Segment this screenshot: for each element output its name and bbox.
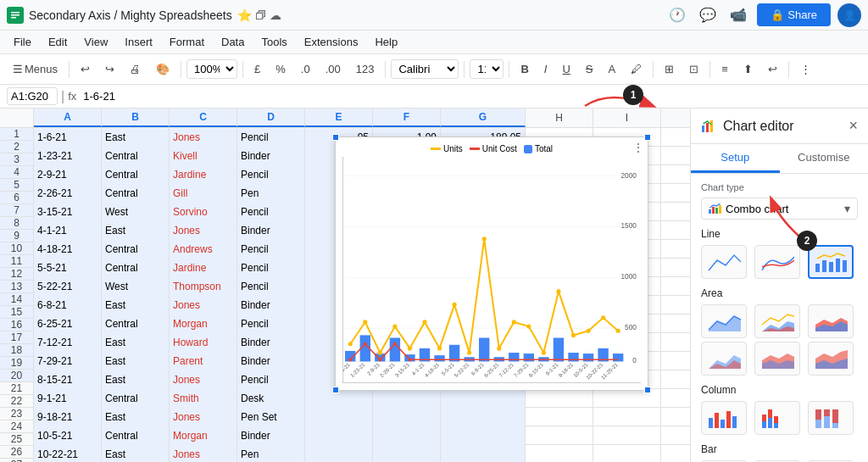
row-num-9[interactable]: 9 [0,230,33,242]
cell-a[interactable]: 2-9-21 [34,165,102,184]
row-num-14[interactable]: 14 [0,293,33,306]
merge-button[interactable]: ⊡ [683,59,704,79]
cell-j[interactable] [661,165,690,184]
cell-e[interactable] [305,408,373,426]
menu-insert[interactable]: Insert [118,34,159,50]
cell-a[interactable]: 4-1-21 [34,221,102,240]
col-header-a[interactable]: A [34,109,102,127]
row-num-13[interactable]: 13 [0,281,33,293]
cell-i[interactable] [593,389,661,408]
underline-button[interactable]: U [556,59,576,79]
cell-b[interactable]: Central [102,240,170,259]
cell-j[interactable] [661,426,690,445]
row-num-8[interactable]: 8 [0,217,33,230]
col-header-c[interactable]: C [170,109,237,127]
print-button[interactable]: 🖨 [124,59,147,79]
resize-tr[interactable] [644,134,651,141]
col-header-b[interactable]: B [102,109,170,127]
cell-i[interactable] [593,426,661,445]
cell-d[interactable]: Binder [237,147,305,165]
chart-menu[interactable]: ⋮ [632,141,644,154]
menu-data[interactable]: Data [214,34,251,50]
video-icon[interactable]: 📹 [726,3,750,27]
history-icon[interactable]: 🕐 [665,3,689,27]
font-select[interactable]: Calibri [391,59,459,79]
cell-e[interactable] [305,445,373,462]
row-num-27[interactable]: 27 [0,459,33,462]
row-num-5[interactable]: 5 [0,179,33,192]
menu-help[interactable]: Help [368,34,404,50]
cell-c[interactable]: Jardine [170,259,237,277]
menu-format[interactable]: Format [163,34,211,50]
resize-br[interactable] [644,387,651,393]
cell-j[interactable] [661,333,690,352]
resize-tl[interactable] [332,134,339,141]
chart-thumb-column-2[interactable]: Stacked column chart [754,401,800,435]
row-num-11[interactable]: 11 [0,255,33,268]
row-num-7[interactable]: 7 [0,204,33,217]
cell-d[interactable]: Pencil [237,240,305,259]
cell-c[interactable]: Gill [170,184,237,203]
cell-d[interactable]: Pencil [237,203,305,221]
row-num-22[interactable]: 22 [0,395,33,408]
paint-format-button[interactable]: 🎨 [150,59,175,79]
cell-ref-input[interactable] [7,87,58,105]
cell-d[interactable]: Binder [237,221,305,240]
cell-j[interactable] [661,277,690,296]
row-num-23[interactable]: 23 [0,408,33,420]
cell-j[interactable] [661,240,690,259]
cell-d[interactable]: Pencil [237,259,305,277]
cell-b[interactable]: East [102,221,170,240]
cell-c[interactable]: Kivell [170,147,237,165]
row-num-24[interactable]: 24 [0,420,33,433]
cell-c[interactable]: Morgan [170,314,237,333]
cell-j[interactable] [661,259,690,277]
menu-file[interactable]: File [7,34,38,50]
resize-bl[interactable] [332,387,339,393]
cell-d[interactable]: Binder [237,296,305,314]
cell-h[interactable] [526,389,593,408]
col-header-d[interactable]: D [237,109,305,127]
cell-a[interactable]: 9-18-21 [34,408,102,426]
col-header-j[interactable]: J [661,109,690,127]
cell-f[interactable] [373,389,441,408]
cell-b[interactable]: East [102,408,170,426]
cell-c[interactable]: Thompson [170,277,237,296]
cell-a[interactable]: 5-22-21 [34,277,102,296]
comment-icon[interactable]: 💬 [696,3,720,27]
cell-d[interactable]: Pen [237,184,305,203]
cell-b[interactable]: West [102,277,170,296]
cell-d[interactable]: Pencil [237,128,305,147]
cell-b[interactable]: East [102,370,170,389]
text-color-button[interactable]: A [603,59,622,79]
menu-view[interactable]: View [77,34,114,50]
decimal-dec-button[interactable]: .0 [295,59,316,79]
cell-j[interactable] [661,147,690,165]
chart-thumb-area-2[interactable]: Area chart stacked [754,304,800,338]
row-num-25[interactable]: 25 [0,433,33,446]
cell-j[interactable] [661,221,690,240]
cell-j[interactable] [661,352,690,370]
cell-c[interactable]: Jones [170,296,237,314]
cell-b[interactable]: Central [102,184,170,203]
cell-c[interactable]: Sorvino [170,203,237,221]
percent-button[interactable]: % [270,59,292,79]
format-123-button[interactable]: 123 [350,59,381,79]
row-num-20[interactable]: 20 [0,370,33,382]
tab-setup[interactable]: Setup [691,144,780,173]
row-num-3[interactable]: 3 [0,153,33,166]
cell-a[interactable]: 6-25-21 [34,314,102,333]
cell-d[interactable]: Pen [237,445,305,462]
italic-button[interactable]: I [538,59,554,79]
zoom-select[interactable]: 100% [186,59,237,79]
chart-thumb-line-smooth[interactable]: Smooth line chart [754,245,800,279]
cell-g[interactable] [441,389,526,408]
cell-j[interactable] [661,128,690,147]
cell-g[interactable] [441,426,526,445]
cell-d[interactable]: Desk [237,389,305,408]
borders-button[interactable]: ⊞ [659,59,680,79]
cell-d[interactable]: Pencil [237,314,305,333]
cell-a[interactable]: 10-5-21 [34,426,102,445]
cell-c[interactable]: Jardine [170,165,237,184]
row-num-10[interactable]: 10 [0,242,33,255]
